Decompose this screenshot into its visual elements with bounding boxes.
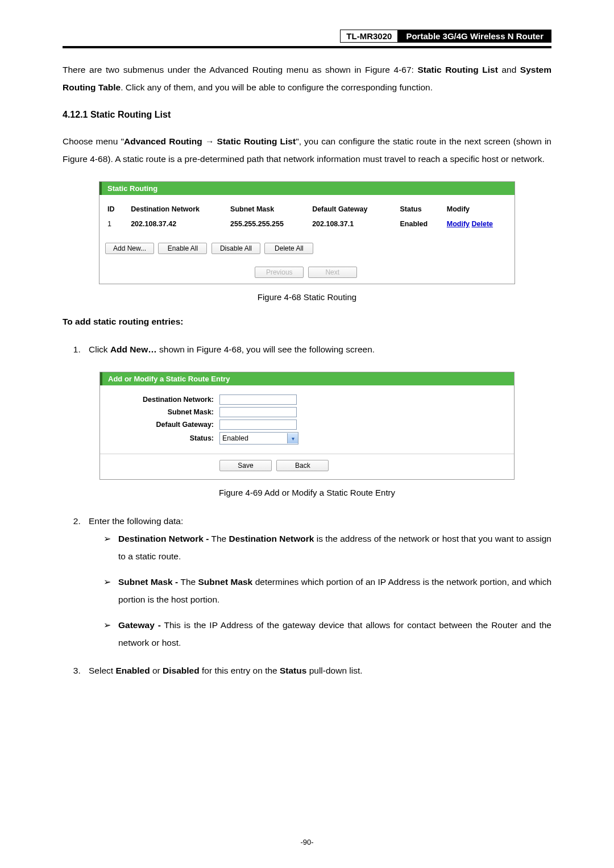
header-divider: TL-MR3020Portable 3G/4G Wireless N Route… bbox=[63, 28, 551, 48]
previous-button[interactable]: Previous bbox=[255, 267, 304, 278]
figure-caption-1: Figure 4-68 Static Routing bbox=[63, 292, 551, 302]
table-header-row: ID Destination Network Subnet Mask Defau… bbox=[105, 203, 509, 218]
intro-text2: . Click any of them, and you will be abl… bbox=[121, 82, 433, 92]
step-1: Click Add New… shown in Figure 4-68, you… bbox=[83, 340, 551, 358]
status-select[interactable]: Enabled ▾ bbox=[219, 432, 298, 445]
p2-b1: Advanced Routing bbox=[124, 136, 202, 146]
panel2-title: Add or Modify a Static Route Entry bbox=[100, 372, 514, 385]
product-name: Portable 3G/4G Wireless N Router bbox=[398, 30, 551, 43]
th-subnet-mask: Subnet Mask bbox=[228, 203, 310, 218]
s3-t3: for this entry on the bbox=[200, 666, 280, 675]
step1-prefix: Click bbox=[89, 344, 110, 354]
bullet-gateway: Gateway - This is the IP Address of the … bbox=[103, 616, 551, 651]
panel2-button-row: Save Back bbox=[100, 454, 514, 477]
step1-bold: Add New… bbox=[110, 344, 157, 354]
cell-default-gateway: 202.108.37.1 bbox=[310, 218, 397, 232]
bullet-subnet-mask: Subnet Mask - The Subnet Mask determines… bbox=[103, 573, 551, 608]
step1-suffix: shown in Figure 4-68, you will see the f… bbox=[157, 344, 375, 354]
cell-id: 1 bbox=[105, 218, 128, 232]
s3-b1: Enabled bbox=[115, 666, 150, 675]
cell-subnet-mask: 255.255.255.255 bbox=[228, 218, 310, 232]
modify-link[interactable]: Modify bbox=[447, 220, 470, 228]
cell-destination-network: 202.108.37.42 bbox=[128, 218, 228, 232]
form-row-status: Status: Enabled ▾ bbox=[100, 431, 514, 446]
s3-t4: pull-down list. bbox=[306, 666, 362, 675]
next-button[interactable]: Next bbox=[308, 267, 357, 278]
figure-caption-2: Figure 4-69 Add or Modify a Static Route… bbox=[63, 488, 551, 497]
table-row: 1 202.108.37.42 255.255.255.255 202.108.… bbox=[105, 218, 509, 232]
b2-t1: The bbox=[178, 577, 198, 587]
s3-t2: or bbox=[150, 666, 163, 675]
form-row-destination-network: Destination Network: bbox=[100, 393, 514, 406]
intro-paragraph: There are two submenus under the Advance… bbox=[63, 61, 551, 96]
th-default-gateway: Default Gateway bbox=[310, 203, 397, 218]
section-title: 4.12.1 Static Routing List bbox=[63, 110, 551, 120]
bullet-destination-network: Destination Network - The Destination Ne… bbox=[103, 530, 551, 565]
label-subnet-mask: Subnet Mask: bbox=[100, 408, 219, 416]
subnet-mask-input[interactable] bbox=[219, 407, 297, 417]
th-id: ID bbox=[105, 203, 128, 218]
intro-mid: and bbox=[498, 65, 520, 74]
s3-b3: Status bbox=[280, 666, 306, 675]
disable-all-button[interactable]: Disable All bbox=[211, 243, 260, 254]
p2-arrow-icon: → bbox=[202, 136, 217, 146]
th-modify: Modify bbox=[445, 203, 509, 218]
back-button[interactable]: Back bbox=[276, 460, 329, 471]
intro-bold1: Static Routing List bbox=[417, 65, 497, 74]
model-number: TL-MR3020 bbox=[340, 30, 398, 43]
cell-modify: Modify Delete bbox=[445, 218, 509, 232]
form-row-subnet-mask: Subnet Mask: bbox=[100, 406, 514, 418]
delete-link[interactable]: Delete bbox=[472, 220, 493, 228]
add-new-button[interactable]: Add New... bbox=[105, 243, 154, 254]
b1-b1: Destination Network - bbox=[118, 534, 209, 543]
page-number: -90- bbox=[63, 838, 551, 846]
delete-all-button[interactable]: Delete All bbox=[264, 243, 313, 254]
enable-all-button[interactable]: Enable All bbox=[158, 243, 207, 254]
s3-t1: Select bbox=[89, 666, 115, 675]
cell-status: Enabled bbox=[397, 218, 444, 232]
b3-t1: This is the IP Address of the gateway de… bbox=[118, 620, 551, 647]
b1-t1: The bbox=[209, 534, 229, 543]
add-modify-panel: Add or Modify a Static Route Entry Desti… bbox=[99, 372, 515, 480]
para-choose-menu: Choose menu "Advanced Routing → Static R… bbox=[63, 132, 551, 168]
add-entries-subhead: To add static routing entries: bbox=[63, 317, 551, 327]
step-3: Select Enabled or Disabled for this entr… bbox=[83, 662, 551, 679]
label-status: Status: bbox=[100, 434, 219, 442]
intro-text1: There are two submenus under the Advance… bbox=[63, 65, 417, 74]
b2-b1: Subnet Mask - bbox=[118, 577, 178, 587]
th-status: Status bbox=[397, 203, 444, 218]
panel1-button-row2: Previous Next bbox=[105, 267, 509, 278]
static-routing-panel: Static Routing ID Destination Network Su… bbox=[99, 181, 515, 284]
b2-b2: Subnet Mask bbox=[198, 577, 253, 587]
step2-intro: Enter the following data: bbox=[89, 516, 183, 526]
b1-b2: Destination Network bbox=[229, 534, 314, 543]
form-row-default-gateway: Default Gateway: bbox=[100, 418, 514, 431]
save-button[interactable]: Save bbox=[219, 460, 272, 471]
th-destination-network: Destination Network bbox=[128, 203, 228, 218]
label-default-gateway: Default Gateway: bbox=[100, 421, 219, 429]
s3-b2: Disabled bbox=[163, 666, 200, 675]
static-routing-table: ID Destination Network Subnet Mask Defau… bbox=[105, 203, 509, 232]
default-gateway-input[interactable] bbox=[219, 420, 297, 430]
p2-b2: Static Routing List bbox=[217, 136, 296, 146]
step-2: Enter the following data: Destination Ne… bbox=[83, 512, 551, 651]
destination-network-input[interactable] bbox=[219, 394, 297, 405]
panel1-button-row1: Add New... Enable All Disable All Delete… bbox=[105, 243, 509, 254]
label-destination-network: Destination Network: bbox=[100, 396, 219, 404]
chevron-down-icon: ▾ bbox=[287, 433, 298, 443]
p2-t1: Choose menu " bbox=[63, 136, 124, 146]
status-select-value: Enabled bbox=[220, 434, 287, 442]
b3-b1: Gateway - bbox=[118, 620, 161, 630]
panel1-title: Static Routing bbox=[99, 182, 515, 195]
